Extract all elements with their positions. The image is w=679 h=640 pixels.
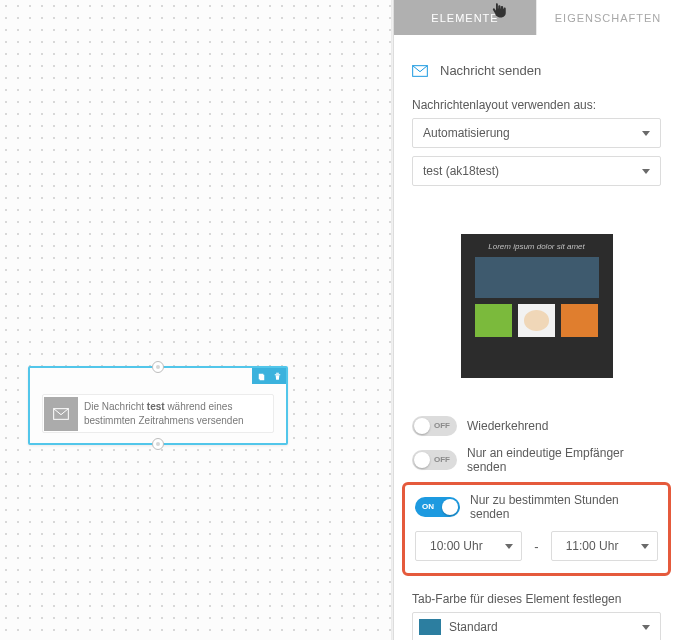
chevron-down-icon [641,544,649,549]
toggle-unique-label: Nur an eindeutige Empfänger senden [467,446,661,474]
delete-icon[interactable] [271,370,283,382]
section-title: Nachricht senden [440,63,541,78]
toggle-recurring-label: Wiederkehrend [467,419,548,433]
chevron-down-icon [642,131,650,136]
workflow-canvas[interactable]: Die Nachricht test während eines bestimm… [0,0,394,640]
time-from-select[interactable]: 10:00 Uhr [415,531,522,561]
template-preview-wrap: Lorem ipsum dolor sit amet [412,186,661,406]
toggle-unique-recipients[interactable]: OFF [412,450,457,470]
preview-lorem: Lorem ipsum dolor sit amet [475,242,599,251]
node-description: Die Nachricht test während eines bestimm… [78,396,265,431]
preview-block-orange [561,304,598,337]
toggle-knob [414,418,430,434]
time-from-value: 10:00 Uhr [430,539,483,553]
toggle-knob [414,452,430,468]
color-swatch [419,619,441,635]
layout-template-select[interactable]: test (ak18test) [412,156,661,186]
time-to-select[interactable]: 11:00 Uhr [551,531,658,561]
toggle-hours-label: Nur zu bestimmten Stunden senden [470,493,658,521]
properties-panel: ELEMENTE EIGENSCHAFTEN Nachricht senden … [394,0,679,640]
connector-out[interactable] [152,438,164,450]
tab-color-value: Standard [449,620,498,634]
node-body: Die Nachricht test während eines bestimm… [42,394,274,433]
node-toolbar [252,368,286,384]
preview-block-avatar [518,304,555,337]
hours-restriction-section: ON Nur zu bestimmten Stunden senden 10:0… [402,482,671,576]
toggle-state-label: ON [422,502,434,511]
toggle-send-hours[interactable]: ON [415,497,460,517]
chevron-down-icon [642,169,650,174]
copy-icon[interactable] [255,370,267,382]
toggle-state-label: OFF [434,455,450,464]
mail-icon [44,397,78,431]
section-header: Nachricht senden [412,49,661,88]
layout-source-select[interactable]: Automatisierung [412,118,661,148]
time-separator: - [530,539,542,554]
tab-color-label: Tab-Farbe für dieses Element festlegen [412,592,661,606]
mail-icon [412,65,428,77]
chevron-down-icon [642,625,650,630]
connector-in[interactable] [152,361,164,373]
layout-source-value: Automatisierung [423,126,510,140]
workflow-node-send-message[interactable]: Die Nachricht test während eines bestimm… [28,366,288,445]
time-to-value: 11:00 Uhr [566,539,619,553]
layout-from-label: Nachrichtenlayout verwenden aus: [412,98,661,112]
toggle-knob [442,499,458,515]
preview-block-green [475,304,512,337]
template-preview[interactable]: Lorem ipsum dolor sit amet [461,234,613,378]
panel-tabs: ELEMENTE EIGENSCHAFTEN [394,0,679,35]
preview-hero [475,257,599,298]
toggle-state-label: OFF [434,421,450,430]
tab-color-select[interactable]: Standard [412,612,661,640]
layout-template-value: test (ak18test) [423,164,499,178]
tab-properties[interactable]: EIGENSCHAFTEN [537,0,679,35]
tab-elements[interactable]: ELEMENTE [394,0,536,35]
chevron-down-icon [505,544,513,549]
toggle-recurring[interactable]: OFF [412,416,457,436]
